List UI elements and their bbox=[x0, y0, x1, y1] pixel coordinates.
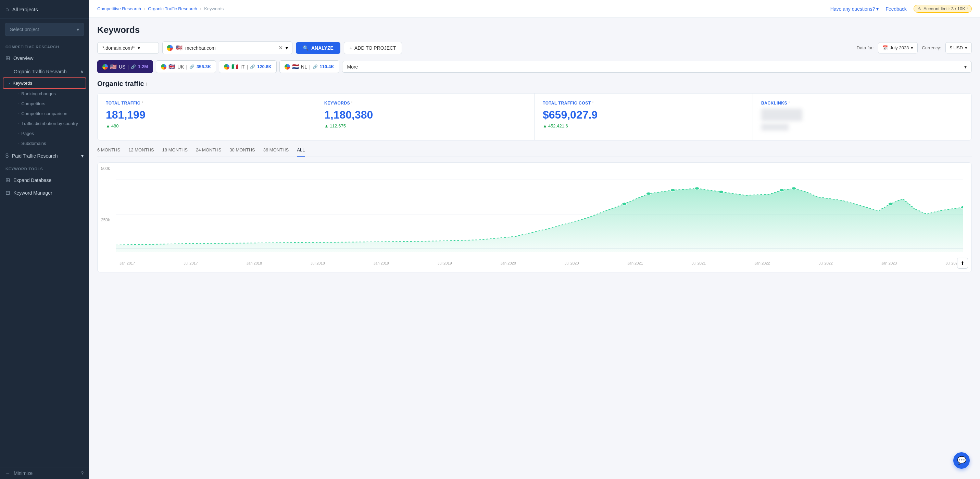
info-icon: ⁱ bbox=[967, 6, 968, 11]
bullet-icon: · bbox=[18, 112, 19, 115]
add-to-project-button[interactable]: + ADD TO PROJECT bbox=[344, 42, 402, 54]
calendar-icon: 📅 bbox=[882, 45, 888, 50]
link-icon: 🔗 bbox=[189, 64, 194, 69]
us-code: US bbox=[119, 64, 125, 70]
sidebar-item-paid-traffic[interactable]: $ Paid Traffic Research ▾ bbox=[0, 150, 89, 162]
subdomains-label: Subdomains bbox=[21, 141, 46, 146]
country-tab-it[interactable]: 🇮🇹 IT | 🔗 120.8K bbox=[219, 60, 277, 73]
currency-label: Currency: bbox=[922, 45, 941, 50]
more-label: More bbox=[347, 64, 358, 70]
total-traffic-text: TOTAL TRAFFIC bbox=[106, 101, 140, 105]
uk-flag-icon: 🇬🇧 bbox=[169, 63, 175, 70]
dollar-icon: $ bbox=[5, 153, 9, 159]
sidebar-item-ranking-changes[interactable]: · Ranking changes bbox=[0, 89, 89, 99]
sidebar-item-competitors[interactable]: · Competitors bbox=[0, 99, 89, 109]
breadcrumb-competitive-research[interactable]: Competitive Research bbox=[97, 6, 141, 11]
period-tab-30m[interactable]: 30 MONTHS bbox=[229, 147, 255, 156]
svg-point-8 bbox=[780, 189, 784, 192]
currency-select[interactable]: $ USD ▾ bbox=[945, 42, 972, 53]
country-tab-uk[interactable]: 🇬🇧 UK | 🔗 356.3K bbox=[156, 60, 216, 73]
stat-keywords: KEYWORDS ⁱ 1,180,380 ▲ 112,675 bbox=[316, 94, 535, 140]
period-tab-6m[interactable]: 6 MONTHS bbox=[97, 147, 120, 156]
breadcrumb-sep-2: › bbox=[200, 6, 201, 11]
select-project-dropdown[interactable]: Select project ▾ bbox=[5, 23, 84, 36]
page-title: Keywords bbox=[97, 25, 972, 35]
total-traffic-value: 181,199 bbox=[106, 109, 307, 121]
svg-point-10 bbox=[888, 203, 893, 205]
google-icon bbox=[224, 64, 229, 70]
sidebar-item-competitor-comparison[interactable]: · Competitor comparison bbox=[0, 109, 89, 118]
chevron-down-icon: ▾ bbox=[965, 45, 967, 50]
sidebar-item-expand-database[interactable]: ⊞ Expand Database bbox=[0, 174, 89, 187]
period-tab-24m[interactable]: 24 MONTHS bbox=[196, 147, 221, 156]
sidebar-item-pages[interactable]: · Pages bbox=[0, 128, 89, 139]
more-countries-tab[interactable]: More ▾ bbox=[342, 61, 972, 73]
backlinks-blurred-value bbox=[761, 109, 802, 121]
have-questions-btn[interactable]: Have any questions? ▾ bbox=[830, 6, 879, 12]
organic-traffic-section: Organic Traffic Research ∧ • Keywords · … bbox=[0, 64, 89, 150]
feedback-button[interactable]: Feedback bbox=[886, 6, 906, 12]
sidebar-item-keyword-manager[interactable]: ⊟ Keyword Manager bbox=[0, 187, 89, 199]
help-icon[interactable]: ? bbox=[81, 471, 84, 476]
info-icon[interactable]: ⁱ bbox=[592, 101, 594, 106]
x-label-jul2019: Jul 2019 bbox=[438, 261, 452, 265]
organic-traffic-label: Organic Traffic Research bbox=[14, 69, 67, 74]
backlinks-label: BACKLINKS ⁱ bbox=[761, 101, 963, 106]
export-button[interactable]: ⬆ bbox=[957, 258, 968, 268]
svg-point-5 bbox=[670, 189, 675, 192]
info-icon[interactable]: ⁱ bbox=[142, 101, 143, 106]
manager-icon: ⊟ bbox=[5, 190, 10, 196]
analyze-button[interactable]: 🔍 ANALYZE bbox=[296, 42, 340, 54]
period-tab-12m[interactable]: 12 MONTHS bbox=[129, 147, 154, 156]
info-icon[interactable]: ⁱ bbox=[351, 101, 353, 106]
sidebar-item-subdomains[interactable]: · Subdomains bbox=[0, 139, 89, 148]
domain-input[interactable] bbox=[185, 45, 276, 51]
google-icon bbox=[167, 45, 173, 51]
period-tab-all[interactable]: ALL bbox=[297, 147, 305, 156]
x-label-jan2022: Jan 2022 bbox=[754, 261, 770, 265]
keywords-stat-label: KEYWORDS ⁱ bbox=[324, 101, 526, 106]
google-icon bbox=[161, 64, 166, 70]
grid-icon: ⊞ bbox=[5, 55, 10, 61]
period-tab-36m[interactable]: 36 MONTHS bbox=[263, 147, 289, 156]
period-tabs: 6 MONTHS 12 MONTHS 18 MONTHS 24 MONTHS 3… bbox=[97, 147, 972, 157]
info-icon[interactable]: ⁱ bbox=[789, 101, 790, 106]
currency-value: $ USD bbox=[950, 45, 963, 50]
sidebar-item-traffic-distribution[interactable]: · Traffic distribution by country bbox=[0, 118, 89, 128]
it-code: IT bbox=[240, 64, 245, 70]
chevron-down-icon: ▾ bbox=[286, 45, 288, 51]
x-label-jul2021: Jul 2021 bbox=[692, 261, 706, 265]
sidebar-item-overview[interactable]: ⊞ Overview bbox=[0, 52, 89, 64]
filter-bar: *.domain.com/* ▾ 🇺🇸 ✕ ▾ 🔍 ANALYZE + ADD … bbox=[97, 42, 972, 54]
y-label-500k: 500k bbox=[101, 166, 110, 171]
x-label-jan2023: Jan 2023 bbox=[881, 261, 897, 265]
minimize-label: Minimize bbox=[14, 471, 33, 476]
clear-input-icon[interactable]: ✕ bbox=[278, 45, 283, 51]
account-limit-badge: ⚠ Account limit: 3 / 10K ⁱ bbox=[913, 5, 972, 13]
sidebar-bottom: ← Minimize ? bbox=[0, 467, 89, 479]
it-flag-icon: 🇮🇹 bbox=[231, 63, 238, 70]
date-select[interactable]: 📅 July 2023 ▾ bbox=[878, 42, 918, 53]
chat-support-button[interactable]: 💬 bbox=[953, 452, 970, 469]
sidebar-minimize-btn[interactable]: ← Minimize ? bbox=[0, 467, 89, 479]
limit-icon: ⚠ bbox=[917, 6, 921, 11]
breadcrumb-keywords: Keywords bbox=[204, 6, 224, 11]
country-tab-nl[interactable]: 🇳🇱 NL | 🔗 110.4K bbox=[279, 60, 339, 73]
separator: | bbox=[186, 64, 187, 70]
domain-pattern-select[interactable]: *.domain.com/* ▾ bbox=[97, 42, 159, 54]
breadcrumb-sep-1: › bbox=[144, 6, 145, 11]
add-to-project-label: ADD TO PROJECT bbox=[355, 45, 396, 51]
organic-traffic-parent[interactable]: Organic Traffic Research ∧ bbox=[0, 66, 89, 77]
keywords-label: Keywords bbox=[13, 80, 32, 86]
chart-container: 500k 250k bbox=[97, 163, 972, 272]
section-label-competitive: COMPETITIVE RESEARCH bbox=[0, 40, 89, 52]
info-icon[interactable]: i bbox=[146, 81, 148, 87]
all-projects-label[interactable]: All Projects bbox=[12, 6, 38, 12]
sidebar-item-keywords[interactable]: • Keywords bbox=[3, 77, 86, 89]
bullet-icon: · bbox=[18, 122, 19, 125]
period-tab-18m[interactable]: 18 MONTHS bbox=[162, 147, 188, 156]
up-arrow-icon: ▲ bbox=[324, 123, 329, 128]
breadcrumb-organic-traffic[interactable]: Organic Traffic Research bbox=[148, 6, 197, 11]
have-questions-label: Have any questions? bbox=[830, 6, 875, 12]
country-tab-us[interactable]: 🇺🇸 US | 🔗 1.2M bbox=[97, 60, 153, 73]
